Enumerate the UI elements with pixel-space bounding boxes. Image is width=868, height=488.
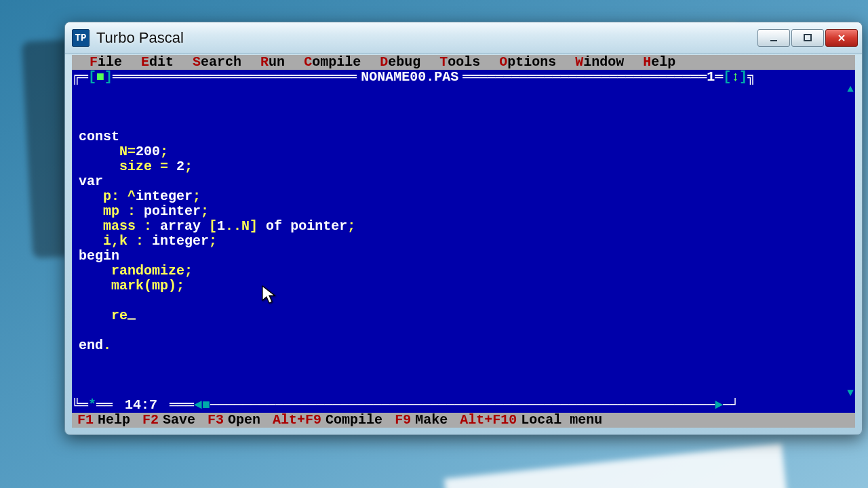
scroll-up-arrow[interactable]: ▲ bbox=[846, 85, 855, 94]
menu-item-file[interactable]: File bbox=[80, 56, 132, 69]
app-icon: TP bbox=[72, 29, 90, 47]
code-line[interactable]: mp : pointer; bbox=[79, 204, 855, 219]
menu-item-edit[interactable]: Edit bbox=[132, 56, 183, 69]
code-line[interactable]: begin bbox=[79, 249, 855, 264]
code-line[interactable]: const bbox=[79, 129, 855, 144]
maximize-icon bbox=[803, 33, 812, 43]
bg-decoration bbox=[444, 443, 790, 488]
code-line[interactable]: re bbox=[79, 308, 855, 323]
code-line[interactable]: randomize; bbox=[79, 264, 855, 279]
code-line[interactable]: size = 2; bbox=[79, 159, 855, 174]
menu-item-run[interactable]: Run bbox=[251, 56, 294, 69]
scroll-down-arrow[interactable]: ▼ bbox=[846, 388, 855, 398]
menu-item-tools[interactable]: Tools bbox=[430, 56, 490, 69]
status-hint[interactable]: F3Open bbox=[208, 413, 260, 427]
text-cursor bbox=[127, 318, 136, 320]
editor-frame-top: ╔═[■]══════════════════════════════NONAM… bbox=[72, 70, 855, 85]
code-line[interactable]: i,k : integer; bbox=[79, 234, 855, 249]
minimize-icon bbox=[769, 33, 778, 43]
status-hint[interactable]: F1Help bbox=[77, 413, 130, 427]
code-line[interactable]: var bbox=[79, 174, 855, 189]
code-line[interactable]: mass : array [1..N] of pointer; bbox=[79, 219, 855, 234]
svg-rect-0 bbox=[770, 40, 777, 41]
window-number: 1 bbox=[707, 70, 715, 84]
svg-rect-1 bbox=[804, 35, 811, 41]
menu-item-options[interactable]: Options bbox=[490, 56, 566, 69]
vertical-scrollbar[interactable]: ▲ ▼ bbox=[846, 85, 855, 398]
editor-frame-bottom: ╚═*══ 14:7 ═══◄■────────────────────────… bbox=[72, 398, 855, 413]
code-editor[interactable]: ▲ ▼ const N=200; size = 2;var p: ^intege… bbox=[72, 85, 855, 398]
menu-item-window[interactable]: Window bbox=[566, 56, 633, 69]
window-title: Turbo Pascal bbox=[96, 29, 757, 47]
client-area: FileEditSearchRunCompileDebugToolsOption… bbox=[72, 55, 855, 428]
code-line[interactable] bbox=[79, 293, 855, 308]
code-line[interactable]: N=200; bbox=[79, 144, 855, 159]
menubar[interactable]: FileEditSearchRunCompileDebugToolsOption… bbox=[72, 55, 855, 70]
titlebar[interactable]: TP Turbo Pascal bbox=[65, 22, 862, 54]
status-hint[interactable]: Alt+F10Local menu bbox=[460, 413, 602, 427]
code-line[interactable]: end. bbox=[79, 338, 855, 353]
cursor-position: 14:7 bbox=[121, 399, 161, 412]
menu-item-search[interactable]: Search bbox=[183, 56, 251, 69]
app-window: TP Turbo Pascal FileEditSearchRunCompile… bbox=[64, 22, 863, 435]
code-line[interactable]: mark(mp); bbox=[79, 279, 855, 293]
current-filename: NONAME00.PAS bbox=[357, 70, 462, 84]
menu-item-help[interactable]: Help bbox=[633, 56, 685, 69]
menu-item-debug[interactable]: Debug bbox=[370, 56, 430, 69]
statusbar: F1HelpF2SaveF3OpenAlt+F9CompileF9MakeAlt… bbox=[72, 413, 855, 428]
code-line[interactable]: p: ^integer; bbox=[79, 189, 855, 204]
desktop: TP Turbo Pascal FileEditSearchRunCompile… bbox=[0, 0, 868, 488]
maximize-button[interactable] bbox=[791, 29, 824, 47]
close-icon bbox=[837, 33, 846, 43]
window-buttons bbox=[757, 29, 858, 47]
dos-screen: FileEditSearchRunCompileDebugToolsOption… bbox=[72, 55, 855, 428]
status-hint[interactable]: Alt+F9Compile bbox=[273, 413, 382, 427]
status-hint[interactable]: F2Save bbox=[142, 413, 195, 427]
code-line[interactable] bbox=[79, 323, 855, 338]
close-button[interactable] bbox=[825, 29, 858, 47]
minimize-button[interactable] bbox=[757, 29, 790, 47]
status-hint[interactable]: F9Make bbox=[395, 413, 448, 427]
menu-item-compile[interactable]: Compile bbox=[294, 56, 370, 69]
